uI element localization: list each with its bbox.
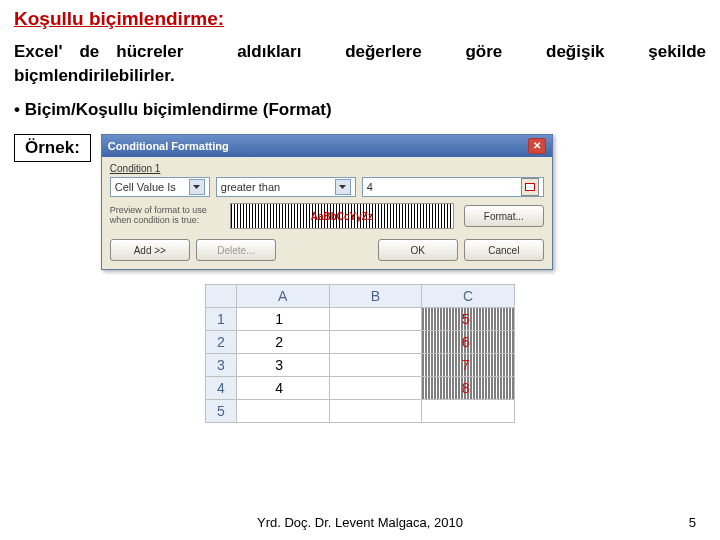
cell[interactable] [329,400,422,423]
cell[interactable] [329,377,422,400]
section-title: Koşullu biçimlendirme: [14,8,706,30]
add-button[interactable]: Add >> [110,239,190,261]
row-header[interactable]: 5 [206,400,237,423]
cancel-button[interactable]: Cancel [464,239,544,261]
cell[interactable] [329,308,422,331]
range-picker-icon[interactable] [521,178,539,196]
format-preview: AaBbCcYyZz [230,203,454,229]
row-header[interactable]: 3 [206,354,237,377]
footer-text: Yrd. Doç. Dr. Levent Malgaca, 2010 [0,515,720,530]
p1-w3: değerlere [345,42,422,62]
svg-marker-0 [193,185,200,189]
format-button[interactable]: Format... [464,205,544,227]
close-icon[interactable]: ✕ [528,138,546,154]
preview-text: AaBbCcYyZz [311,211,373,222]
cell-formatted[interactable]: 7 [422,354,515,377]
p1-w6: şekilde [648,42,706,62]
conditional-formatting-dialog: Conditional Formatting ✕ Condition 1 Cel… [101,134,553,270]
chevron-down-icon[interactable] [189,179,205,195]
p1-w1: Excel' de hücreler [14,42,183,62]
ok-button[interactable]: OK [378,239,458,261]
row-header[interactable]: 1 [206,308,237,331]
row-header[interactable]: 2 [206,331,237,354]
col-header-b[interactable]: B [329,285,422,308]
combo1-value: Cell Value Is [115,181,176,193]
value-input-text: 4 [367,181,373,193]
col-header-c[interactable]: C [422,285,515,308]
cell[interactable] [236,400,329,423]
paragraph-line2: biçmlendirilebilirler. [14,66,706,86]
condition-label: Condition 1 [110,163,544,174]
cell[interactable]: 3 [236,354,329,377]
dialog-title: Conditional Formatting [108,140,229,152]
col-header-a[interactable]: A [236,285,329,308]
bullet-line: • Biçim/Koşullu biçimlendirme (Format) [14,100,706,120]
cell[interactable] [329,354,422,377]
cell-formatted[interactable]: 5 [422,308,515,331]
cell[interactable]: 2 [236,331,329,354]
dialog-titlebar: Conditional Formatting ✕ [102,135,552,157]
cell[interactable] [422,400,515,423]
cell-formatted[interactable]: 6 [422,331,515,354]
example-label: Örnek: [14,134,91,162]
cell-formatted[interactable]: 8 [422,377,515,400]
cell[interactable]: 4 [236,377,329,400]
svg-marker-1 [339,185,346,189]
corner-cell[interactable] [206,285,237,308]
p1-w4: göre [465,42,502,62]
chevron-down-icon[interactable] [335,179,351,195]
paragraph-line1: Excel' de hücreler aldıkları değerlere g… [14,42,706,62]
condition-type-combo[interactable]: Cell Value Is [110,177,210,197]
p1-w5: değişik [546,42,605,62]
spreadsheet-grid: A B C 1 1 5 2 2 6 3 3 7 4 4 8 5 [205,284,515,423]
delete-button[interactable]: Delete... [196,239,276,261]
p1-w2: aldıkları [237,42,301,62]
combo2-value: greater than [221,181,280,193]
cell[interactable]: 1 [236,308,329,331]
value-input[interactable]: 4 [362,177,544,197]
page-number: 5 [689,515,696,530]
operator-combo[interactable]: greater than [216,177,356,197]
preview-label: Preview of format to use when condition … [110,206,220,226]
row-header[interactable]: 4 [206,377,237,400]
cell[interactable] [329,331,422,354]
